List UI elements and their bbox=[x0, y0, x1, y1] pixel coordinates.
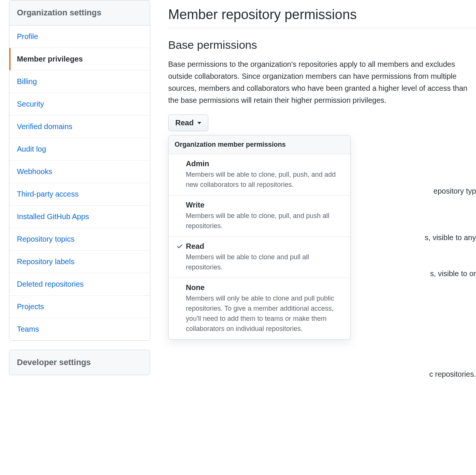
dropdown-option-read[interactable]: Read Members will be able to clone and p… bbox=[169, 237, 350, 278]
option-title: None bbox=[186, 283, 345, 292]
sidebar-item-label: Deleted repositories bbox=[17, 280, 84, 288]
sidebar-item-label: Repository topics bbox=[17, 235, 74, 243]
sidebar-item-label: Repository labels bbox=[17, 257, 74, 266]
option-title: Write bbox=[186, 201, 345, 209]
sidebar-item-label: Webhooks bbox=[17, 167, 52, 176]
page-title: Member repository permissions bbox=[168, 7, 476, 28]
sidebar-item-audit-log[interactable]: Audit log bbox=[9, 138, 150, 161]
dropdown-option-admin[interactable]: Admin Members will be able to clone, pul… bbox=[169, 154, 350, 195]
sidebar-item-repository-labels[interactable]: Repository labels bbox=[9, 251, 150, 273]
caret-down-icon bbox=[197, 122, 201, 124]
sidebar-item-label: Profile bbox=[17, 32, 38, 41]
option-description: Members will be able to clone, pull, and… bbox=[186, 211, 345, 231]
sidebar-list: Profile Member privileges Billing Securi… bbox=[9, 26, 150, 340]
base-permission-dropdown-button[interactable]: Read bbox=[168, 114, 208, 131]
option-title: Read bbox=[186, 242, 345, 251]
sidebar-item-label: Installed GitHub Apps bbox=[17, 212, 89, 221]
sidebar-item-label: Security bbox=[17, 100, 44, 108]
base-permissions-description: Base permissions to the organization's r… bbox=[168, 58, 476, 106]
option-body: Write Members will be able to clone, pul… bbox=[186, 201, 345, 231]
sidebar-item-security[interactable]: Security bbox=[9, 93, 150, 116]
sidebar-column: Organization settings Profile Member pri… bbox=[0, 0, 150, 475]
background-text-fragment: epository typ bbox=[434, 187, 476, 195]
sidebar-item-third-party-access[interactable]: Third-party access bbox=[9, 183, 150, 206]
sidebar-item-label: Teams bbox=[17, 325, 39, 333]
option-check-slot bbox=[174, 283, 186, 334]
sidebar-item-profile[interactable]: Profile bbox=[9, 26, 150, 48]
sidebar-item-teams[interactable]: Teams bbox=[9, 318, 150, 340]
sidebar-item-billing[interactable]: Billing bbox=[9, 71, 150, 93]
sidebar-item-label: Billing bbox=[17, 77, 37, 86]
dropdown-menu-header: Organization member permissions bbox=[169, 135, 350, 154]
background-text-fragment: c repositories. bbox=[429, 370, 476, 379]
sidebar-item-label: Audit log bbox=[17, 145, 46, 153]
check-icon bbox=[176, 243, 183, 250]
dropdown-option-none[interactable]: None Members will only be able to clone … bbox=[169, 278, 350, 339]
permission-dropdown-menu: Organization member permissions Admin Me… bbox=[168, 135, 351, 340]
option-body: Read Members will be able to clone and p… bbox=[186, 242, 345, 272]
dropdown-option-write[interactable]: Write Members will be able to clone, pul… bbox=[169, 195, 350, 237]
main-content: Member repository permissions Base permi… bbox=[150, 0, 476, 475]
sidebar-item-installed-github-apps[interactable]: Installed GitHub Apps bbox=[9, 206, 150, 228]
org-settings-panel: Organization settings Profile Member pri… bbox=[9, 0, 150, 341]
sidebar-header: Organization settings bbox=[9, 0, 150, 26]
option-description: Members will be able to clone and pull a… bbox=[186, 252, 345, 272]
sidebar-item-label: Verified domains bbox=[17, 122, 72, 131]
option-title: Admin bbox=[186, 159, 345, 168]
option-description: Members will be able to clone, pull, pus… bbox=[186, 170, 345, 190]
option-description: Members will only be able to clone and p… bbox=[186, 293, 345, 334]
sidebar-header-developer: Developer settings bbox=[9, 350, 150, 375]
sidebar-item-projects[interactable]: Projects bbox=[9, 296, 150, 318]
base-permissions-heading: Base permissions bbox=[168, 39, 476, 51]
background-text-fragment: s, visible to any bbox=[425, 233, 476, 242]
sidebar-item-verified-domains[interactable]: Verified domains bbox=[9, 116, 150, 138]
sidebar-item-label: Projects bbox=[17, 302, 44, 311]
sidebar-item-repository-topics[interactable]: Repository topics bbox=[9, 228, 150, 251]
option-check-slot bbox=[174, 159, 186, 190]
option-body: None Members will only be able to clone … bbox=[186, 283, 345, 334]
background-text-fragment: s, visible to or bbox=[430, 269, 476, 278]
option-check-slot bbox=[174, 201, 186, 231]
sidebar-item-label: Member privileges bbox=[17, 55, 83, 63]
developer-settings-panel: Developer settings bbox=[9, 350, 150, 375]
sidebar-item-member-privileges[interactable]: Member privileges bbox=[9, 48, 150, 71]
sidebar-item-webhooks[interactable]: Webhooks bbox=[9, 161, 150, 183]
sidebar-item-label: Third-party access bbox=[17, 190, 79, 198]
dropdown-selected-label: Read bbox=[175, 119, 194, 127]
option-check-slot bbox=[174, 242, 186, 272]
sidebar-item-deleted-repositories[interactable]: Deleted repositories bbox=[9, 273, 150, 296]
option-body: Admin Members will be able to clone, pul… bbox=[186, 159, 345, 190]
